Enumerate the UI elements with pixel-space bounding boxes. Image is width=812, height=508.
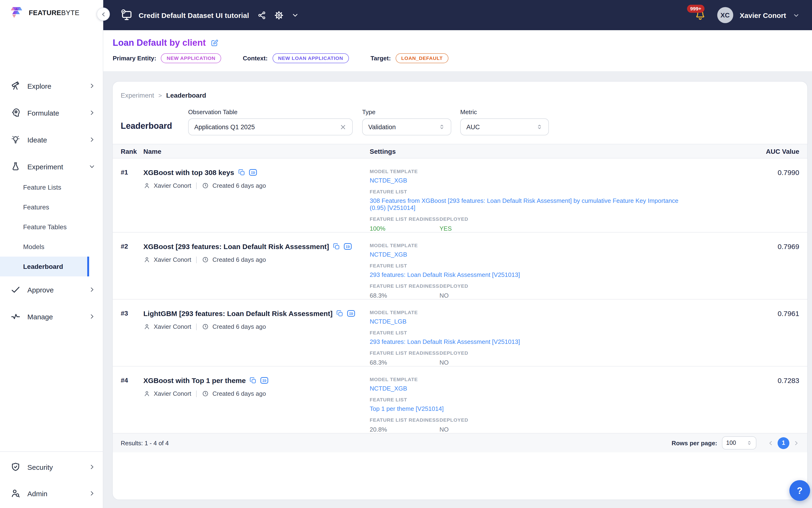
feature-list-link[interactable]: 308 Features from XGBoost [293 features:…	[370, 197, 681, 211]
sidebar-item-explore[interactable]: Explore	[0, 76, 103, 96]
sidebar-item-leaderboard[interactable]: Leaderboard	[0, 257, 89, 277]
experiment-name[interactable]: XGBoost [293 features: Loan Default Risk…	[143, 243, 329, 250]
experiment-name[interactable]: XGBoost with top 308 keys	[143, 168, 234, 176]
user-icon	[143, 323, 150, 330]
chevron-right-icon	[89, 110, 95, 116]
type-select[interactable]: Validation	[362, 118, 451, 135]
featurebyte-logo[interactable]: FEATUREBYTE	[0, 0, 103, 19]
sidebar-item-formulate[interactable]: Formulate	[0, 102, 103, 123]
context-badge[interactable]: NEW LOAN APPLICATION	[272, 53, 349, 63]
copy-icon[interactable]	[333, 243, 340, 250]
rank-badge: #4	[121, 376, 143, 433]
auc-value: 0.7283	[728, 376, 799, 433]
table-row[interactable]: #4 XGBoost with Top 1 per theme ID Xavie…	[113, 367, 807, 433]
activity-pulse-icon	[10, 311, 21, 322]
primary-entity-badge[interactable]: NEW APPLICATION	[161, 53, 221, 63]
sidebar-item-security[interactable]: Security	[0, 457, 103, 477]
table-row[interactable]: #1 XGBoost with top 308 keys ID Xavier C…	[113, 159, 807, 232]
chevron-right-icon	[89, 136, 95, 143]
experiment-name[interactable]: XGBoost with Top 1 per theme	[143, 376, 246, 384]
model-template-link[interactable]: NCTDE_LGB	[370, 318, 681, 325]
clock-icon	[202, 256, 209, 263]
sidebar-item-experiment[interactable]: Experiment	[0, 156, 103, 177]
rank-badge: #2	[121, 243, 143, 299]
deployed-value: NO	[440, 292, 468, 299]
settings-gear-icon[interactable]	[274, 10, 284, 20]
id-icon[interactable]: ID	[344, 243, 352, 250]
id-icon[interactable]: ID	[261, 377, 269, 384]
sidebar-collapse-button[interactable]	[97, 7, 110, 21]
sidebar-item-models[interactable]: Models	[0, 237, 103, 257]
user-avatar[interactable]: XC	[717, 7, 733, 23]
project-chevron-down-icon[interactable]	[291, 11, 299, 19]
project-switcher[interactable]: Credit Default Dataset UI tutorial	[120, 9, 249, 21]
id-icon[interactable]: ID	[249, 169, 257, 176]
target-badge[interactable]: LOAN_DEFAULT	[396, 53, 448, 63]
id-icon[interactable]: ID	[347, 310, 355, 317]
notification-count-badge: 999+	[687, 5, 705, 13]
model-template-link[interactable]: NCTDE_XGB	[370, 177, 681, 184]
auc-value: 0.7961	[728, 309, 799, 366]
sidebar-item-label: Experiment	[27, 163, 82, 171]
observation-table-input[interactable]	[194, 123, 340, 130]
sidebar-item-feature-tables[interactable]: Feature Tables	[0, 217, 103, 237]
user-search-icon	[10, 488, 21, 499]
svg-text:ID: ID	[262, 379, 267, 383]
feature-list-link[interactable]: Top 1 per theme [V251014]	[370, 405, 681, 412]
readiness-label: FEATURE LIST READINESS	[370, 417, 440, 423]
clock-icon	[202, 390, 209, 397]
experiment-name[interactable]: LightGBM [293 features: Loan Default Ris…	[143, 309, 332, 318]
sidebar-item-admin[interactable]: Admin	[0, 483, 103, 504]
sidebar-item-approve[interactable]: Approve	[0, 279, 103, 300]
breadcrumb-separator: >	[159, 92, 162, 99]
sidebar-item-label: Approve	[27, 286, 82, 294]
sidebar-item-manage[interactable]: Manage	[0, 306, 103, 327]
telescope-icon	[10, 81, 21, 91]
deployed-value: NO	[440, 359, 468, 366]
observation-table-field	[188, 118, 353, 135]
table-row[interactable]: #2 XGBoost [293 features: Loan Default R…	[113, 232, 807, 299]
table-header: Rank Name Settings AUC Value	[113, 144, 807, 159]
user-menu-chevron-down-icon[interactable]	[793, 11, 800, 18]
sidebar-item-label: Security	[27, 463, 82, 471]
chevron-right-icon	[89, 313, 95, 320]
user-icon	[143, 256, 150, 263]
rows-per-page-select[interactable]: 100	[722, 436, 756, 450]
sidebar-item-features[interactable]: Features	[0, 197, 103, 217]
prev-page-icon[interactable]	[768, 440, 774, 446]
leaderboard-filters: Leaderboard Observation Table Type Valid…	[113, 99, 807, 135]
model-template-link[interactable]: NCTDE_XGB	[370, 251, 681, 258]
breadcrumb-leaderboard: Leaderboard	[166, 91, 206, 99]
metric-select[interactable]: AUC	[460, 118, 549, 135]
clear-observation-icon[interactable]	[340, 123, 347, 130]
help-button[interactable]: ?	[790, 480, 810, 501]
col-settings: Settings	[370, 147, 728, 155]
sidebar-item-feature-lists[interactable]: Feature Lists	[0, 177, 103, 197]
feature-list-label: FEATURE LIST	[370, 397, 728, 403]
breadcrumb-experiment[interactable]: Experiment	[121, 91, 154, 99]
feature-list-link[interactable]: 293 features: Loan Default Risk Assessme…	[370, 271, 681, 278]
auc-value: 0.7969	[728, 243, 799, 299]
sidebar-item-ideate[interactable]: Ideate	[0, 129, 103, 150]
user-icon	[143, 182, 150, 189]
model-template-link[interactable]: NCTDE_XGB	[370, 385, 681, 392]
shield-icon	[10, 462, 21, 472]
notifications-bell-icon[interactable]: 999+	[694, 9, 706, 21]
page-1-button[interactable]: 1	[777, 437, 790, 449]
table-row[interactable]: #3 LightGBM [293 features: Loan Default …	[113, 299, 807, 367]
share-icon[interactable]	[258, 11, 267, 19]
col-name: Name	[143, 147, 370, 155]
lightbulb-icon	[10, 134, 21, 145]
chevron-down-icon	[89, 163, 95, 170]
sidebar-item-label: Ideate	[27, 136, 82, 143]
readiness-label: FEATURE LIST READINESS	[370, 216, 440, 222]
edit-title-icon[interactable]	[211, 39, 219, 47]
copy-icon[interactable]	[250, 377, 257, 384]
copy-icon[interactable]	[336, 310, 343, 317]
feature-list-link[interactable]: 293 features: Loan Default Risk Assessme…	[370, 338, 681, 345]
feature-list-label: FEATURE LIST	[370, 263, 728, 268]
next-page-icon[interactable]	[793, 440, 799, 446]
chevron-right-icon	[89, 83, 95, 89]
copy-icon[interactable]	[238, 169, 245, 176]
svg-text:ID: ID	[251, 171, 255, 175]
